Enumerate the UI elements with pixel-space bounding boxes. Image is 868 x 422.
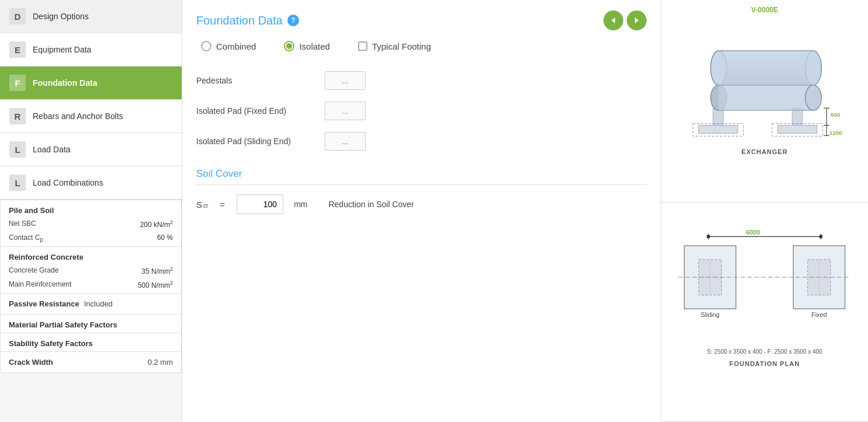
svg-text:Fixed: Fixed xyxy=(811,311,827,318)
isolated-pad-sliding-label: Isolated Pad (Sliding End) xyxy=(196,137,325,146)
next-button[interactable] xyxy=(627,11,647,30)
svg-rect-16 xyxy=(718,85,813,110)
sidebar-letter-l1: L xyxy=(9,141,26,158)
isolated-option[interactable]: Isolated xyxy=(284,41,330,51)
scr-label: Scr xyxy=(196,200,208,210)
concrete-grade-label: Concrete Grade xyxy=(9,266,58,275)
sidebar-letter-r: R xyxy=(9,108,26,124)
typical-footing-label: Typical Footing xyxy=(372,41,431,51)
main-reinf-value: 500 N/mm2 xyxy=(138,280,173,290)
crack-width-section: Crack Width 0.2 mm xyxy=(0,352,182,373)
sidebar-item-rebars[interactable]: R Rebars and Anchor Bolts xyxy=(0,100,182,133)
soil-cover-title: Soil Cover xyxy=(196,168,647,180)
sidebar-item-design[interactable]: D Design Options xyxy=(0,0,182,33)
rc-title: Reinforced Concrete xyxy=(1,247,181,265)
scr-unit: mm xyxy=(294,200,307,209)
stability-safety-title: Stability Safety Factors xyxy=(1,333,181,351)
svg-rect-4 xyxy=(699,125,738,134)
net-sbc-label: Net SBC xyxy=(9,219,36,229)
sidebar-item-label: Load Data xyxy=(33,145,71,154)
contact-cp-row: Contact Cp 60 % xyxy=(1,232,181,246)
crack-width-value: 0.2 mm xyxy=(148,358,173,367)
exchanger-diagram: 500 1200 xyxy=(667,16,862,145)
sidebar-letter-e: E xyxy=(9,41,26,58)
net-sbc-row: Net SBC 200 kN/m2 xyxy=(1,218,181,232)
pedestals-label: Pedestals xyxy=(196,76,325,85)
sidebar: D Design Options E Equipment Data F Foun… xyxy=(0,0,182,422)
main-area: Foundation Data ? Combined Isol xyxy=(182,0,661,422)
passive-resistance-title: Passive Resistance xyxy=(9,299,79,308)
sidebar-letter-l2: L xyxy=(9,175,26,191)
exchanger-section: V-0000E xyxy=(661,0,868,203)
isolated-radio[interactable] xyxy=(284,41,294,51)
main-reinforcement-row: Main Reinforcement 500 N/mm2 xyxy=(1,279,181,293)
isolated-pad-sliding-button[interactable]: ... xyxy=(325,132,366,151)
svg-text:500: 500 xyxy=(831,111,841,118)
sidebar-item-equipment[interactable]: E Equipment Data xyxy=(0,33,182,67)
sidebar-letter-f: F xyxy=(9,75,26,91)
svg-rect-5 xyxy=(778,125,817,134)
isolated-pad-fixed-button[interactable]: ... xyxy=(325,102,366,120)
version-label: V-0000E xyxy=(751,6,778,14)
contact-cp-label: Contact Cp xyxy=(9,233,43,243)
passive-resistance-value: Included xyxy=(84,299,113,308)
combined-label: Combined xyxy=(216,41,256,51)
plan-section: 6000 Sliding Fixed S: 2500 x 3500 x 400 … xyxy=(661,203,868,422)
isolated-label: Isolated xyxy=(299,41,330,51)
prev-button[interactable] xyxy=(603,11,623,30)
soil-cover-row: Scr = mm Reduction in Soil Cover xyxy=(196,194,647,214)
passive-resistance-section: Passive Resistance Included xyxy=(0,294,182,315)
pile-soil-title: Pile and Soil xyxy=(1,200,181,218)
main-reinf-label: Main Reinforcement xyxy=(9,280,71,290)
material-safety-section[interactable]: Material Partial Safety Factors xyxy=(0,315,182,333)
combined-option[interactable]: Combined xyxy=(201,41,256,51)
isolated-pad-fixed-label: Isolated Pad (Fixed End) xyxy=(196,106,325,116)
nav-buttons xyxy=(603,11,647,30)
main-content: Foundation Data ? Combined Isol xyxy=(182,0,661,422)
svg-text:Sliding: Sliding xyxy=(700,311,719,318)
soil-cover-divider xyxy=(196,184,647,185)
help-icon[interactable]: ? xyxy=(287,15,299,26)
crack-width-title: Crack Width xyxy=(9,358,53,367)
svg-text:6000: 6000 xyxy=(746,229,760,236)
sidebar-item-foundation[interactable]: F Foundation Data xyxy=(0,67,182,100)
material-safety-title: Material Partial Safety Factors xyxy=(1,315,181,333)
svg-rect-12 xyxy=(718,51,813,85)
svg-point-17 xyxy=(805,85,822,110)
typical-footing-option[interactable]: Typical Footing xyxy=(358,41,431,51)
svg-point-31 xyxy=(819,235,822,238)
options-row: Combined Isolated Typical Footing xyxy=(196,41,647,51)
sidebar-item-label: Rebars and Anchor Bolts xyxy=(33,111,123,121)
scr-desc: Reduction in Soil Cover xyxy=(328,200,414,209)
plan-diagram: 6000 Sliding Fixed xyxy=(667,208,862,348)
pedestals-button[interactable]: ... xyxy=(325,71,366,90)
stability-safety-section[interactable]: Stability Safety Factors xyxy=(0,333,182,352)
isolated-pad-sliding-row: Isolated Pad (Sliding End) ... xyxy=(196,126,647,156)
sidebar-item-load-combinations[interactable]: L Load Combinations xyxy=(0,166,182,200)
concrete-grade-row: Concrete Grade 35 N/mm2 xyxy=(1,265,181,279)
combined-radio[interactable] xyxy=(201,41,211,51)
sidebar-letter-d: D xyxy=(9,8,26,25)
main-header: Foundation Data ? xyxy=(196,11,647,30)
svg-text:1200: 1200 xyxy=(829,130,842,136)
sidebar-item-load[interactable]: L Load Data xyxy=(0,133,182,166)
plan-sizes: S: 2500 x 3500 x 400 - F: 2500 x 3500 x … xyxy=(707,348,822,355)
pile-soil-section: Pile and Soil Net SBC 200 kN/m2 Contact … xyxy=(0,200,182,247)
sidebar-item-label: Equipment Data xyxy=(33,45,91,54)
eq-sign: = xyxy=(220,200,225,210)
reinforced-concrete-section: Reinforced Concrete Concrete Grade 35 N/… xyxy=(0,247,182,294)
scr-input[interactable] xyxy=(237,194,283,214)
plan-label: FOUNDATION PLAN xyxy=(730,360,800,367)
sidebar-item-label: Foundation Data xyxy=(33,78,97,88)
svg-marker-0 xyxy=(612,18,615,23)
net-sbc-value: 200 kN/m2 xyxy=(140,219,173,229)
svg-point-30 xyxy=(707,235,710,238)
exchanger-label: EXCHANGER xyxy=(741,148,787,155)
typical-footing-checkbox[interactable] xyxy=(358,41,367,51)
sidebar-item-label: Load Combinations xyxy=(33,178,103,187)
contact-cp-value: 60 % xyxy=(157,233,173,243)
pedestals-row: Pedestals ... xyxy=(196,65,647,96)
isolated-pad-fixed-row: Isolated Pad (Fixed End) ... xyxy=(196,96,647,126)
page-title: Foundation Data ? xyxy=(196,14,299,27)
sidebar-item-label: Design Options xyxy=(33,12,89,21)
